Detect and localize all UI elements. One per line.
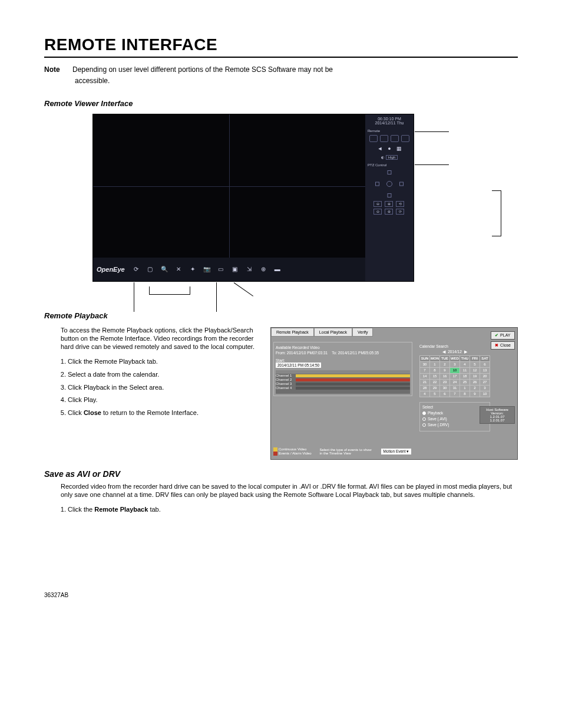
fullscreen-icon[interactable]: ▣ (230, 265, 240, 274)
cal-cell[interactable]: 24 (450, 379, 460, 385)
cal-cell[interactable]: 6 (440, 391, 450, 397)
tab-local-playback[interactable]: Local Playback (314, 328, 352, 337)
cal-cell[interactable]: 13 (480, 367, 490, 373)
camera-view-buttons[interactable] (368, 135, 411, 142)
view-2x2-icon[interactable] (380, 135, 388, 142)
search-icon[interactable]: 🔍 (159, 265, 170, 274)
preset-btn[interactable]: ⊕ (385, 201, 393, 207)
cal-cell[interactable]: 14 (420, 373, 430, 379)
check-icon: ✔ (495, 333, 498, 338)
record-dot-icon[interactable]: ● (386, 146, 392, 151)
preset-btn[interactable]: ⟳ (396, 209, 404, 215)
cal-cell[interactable]: 10 (450, 367, 460, 373)
cal-cell[interactable]: 30 (420, 361, 430, 367)
cal-cell[interactable]: 1 (430, 361, 440, 367)
cal-cell[interactable]: 23 (440, 379, 450, 385)
play-button[interactable]: ✔PLAY (491, 331, 515, 340)
speed-select[interactable]: High (386, 155, 398, 160)
cal-cell[interactable]: 7 (420, 367, 430, 373)
tab-remote-playback[interactable]: Remote Playback (271, 328, 314, 337)
cal-cell[interactable]: 4 (460, 361, 470, 367)
cal-cell[interactable]: 3 (480, 385, 490, 391)
cal-cell[interactable]: 4 (420, 391, 430, 397)
cal-cell[interactable]: 5 (470, 361, 480, 367)
ptz-label: PTZ Control (368, 163, 411, 167)
speaker-icon[interactable]: ◄ (377, 146, 383, 151)
cal-cell[interactable]: 8 (430, 367, 440, 373)
radio-save-avi[interactable]: Save (.AVI) (422, 417, 487, 421)
preset-btn[interactable]: ⟲ (396, 201, 404, 207)
ptz-down-icon[interactable] (388, 193, 392, 197)
cal-cell[interactable]: 3 (450, 361, 460, 367)
cal-cell[interactable]: 18 (460, 373, 470, 379)
ptz-up-icon[interactable] (388, 170, 392, 174)
rec-icon[interactable]: ▭ (216, 265, 226, 274)
cal-prev-icon[interactable]: ◀ (442, 350, 445, 354)
ptz-right-icon[interactable] (399, 182, 404, 186)
close-button[interactable]: ✖Close (491, 341, 515, 350)
cal-day-header: SAT (480, 355, 490, 361)
cal-cell[interactable]: 9 (440, 367, 450, 373)
preset-btn[interactable]: ⊖ (373, 201, 382, 207)
cal-cell[interactable]: 19 (470, 373, 480, 379)
cal-cell[interactable]: 1 (460, 385, 470, 391)
cal-cell[interactable]: 21 (420, 379, 430, 385)
radio-save-drv[interactable]: Save (.DRV) (422, 423, 487, 427)
cal-cell[interactable]: 30 (440, 385, 450, 391)
cal-cell[interactable]: 9 (470, 391, 480, 397)
ptz-dpad[interactable] (375, 170, 404, 197)
cal-cell[interactable]: 7 (450, 391, 460, 397)
clock-date: 2014/12/11 Thu (368, 121, 411, 126)
monitor-icon[interactable]: ▢ (145, 265, 156, 274)
step-4: Click Play. (68, 395, 261, 406)
cal-cell[interactable]: 22 (430, 379, 440, 385)
snapshot-icon[interactable]: 📷 (201, 265, 212, 274)
preset-btn[interactable]: ⊕ (385, 209, 393, 215)
timeline[interactable]: Channel 1 Channel 2 Channel 3 Channel 4 (276, 370, 410, 394)
cal-cell[interactable]: 16 (440, 373, 450, 379)
start-label: Start: (276, 358, 410, 363)
from-label: From: (276, 351, 286, 355)
cal-cell[interactable]: 12 (470, 367, 480, 373)
ptz-left-icon[interactable] (375, 182, 379, 186)
view-1x1-icon[interactable] (369, 135, 378, 142)
calendar-nav: ◀ 2014/12 ▶ (419, 350, 490, 354)
cal-cell[interactable]: 29 (430, 385, 440, 391)
cal-cell[interactable]: 2 (470, 385, 480, 391)
export-icon[interactable]: ⇲ (244, 265, 254, 274)
ptz-center-icon[interactable] (386, 181, 392, 187)
calendar[interactable]: SUNMONTUEWEDTHUFRISAT 301234567891011121… (419, 355, 490, 397)
cal-cell[interactable]: 5 (430, 391, 440, 397)
cal-next-icon[interactable]: ▶ (464, 350, 467, 354)
person-icon[interactable]: ✦ (187, 265, 198, 274)
cal-cell[interactable]: 28 (420, 385, 430, 391)
playback-search-icon[interactable]: ⟳ (131, 265, 141, 274)
cal-cell[interactable]: 10 (480, 391, 490, 397)
cal-cell[interactable]: 2 (440, 361, 450, 367)
avail-label: Available Recorded Video (276, 345, 410, 350)
note-text-2: accessible. (75, 76, 518, 86)
cal-cell[interactable]: 8 (460, 391, 470, 397)
event-type-select[interactable]: Motion Event ▾ (381, 449, 412, 454)
cal-cell[interactable]: 26 (470, 379, 480, 385)
view-3x3-icon[interactable] (391, 135, 399, 142)
radio-playback[interactable]: Playback (422, 411, 487, 415)
cal-cell[interactable]: 25 (460, 379, 470, 385)
tab-verify[interactable]: Verify (352, 328, 373, 337)
preset-btn[interactable]: ⊖ (373, 209, 382, 215)
cal-cell[interactable]: 11 (460, 367, 470, 373)
start-field[interactable]: 2014/12/11 PM 05:14:50 (276, 363, 321, 368)
available-video-group: Available Recorded Video From: 2014/12/1… (273, 342, 412, 396)
cal-cell[interactable]: 31 (450, 385, 460, 391)
cal-cell[interactable]: 20 (480, 373, 490, 379)
cal-cell[interactable]: 15 (430, 373, 440, 379)
cal-cell[interactable]: 6 (480, 361, 490, 367)
view-4x4-icon[interactable] (401, 135, 409, 142)
tag-icon[interactable]: ▬ (272, 265, 283, 274)
right-panel: 06:30:10 PM 2014/12/11 Thu Remote ◄ ● ▦ … (365, 114, 414, 281)
tool-icon[interactable]: ✕ (173, 265, 184, 274)
cal-cell[interactable]: 27 (480, 379, 490, 385)
zoom-icon[interactable]: ⊕ (258, 265, 269, 274)
grid-icon[interactable]: ▦ (396, 146, 402, 151)
cal-cell[interactable]: 17 (450, 373, 460, 379)
